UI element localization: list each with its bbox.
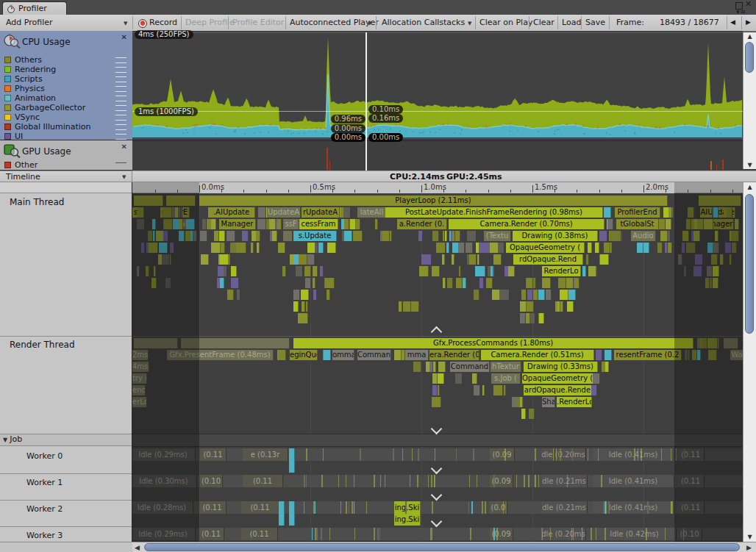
timeline-segment[interactable]: PostLateUpdate.FinishFrameRendering (0.9… [385,207,603,218]
profile-editor-button[interactable]: Profile Editor [232,18,284,27]
timeline-segment[interactable]: hTextur [491,362,521,372]
hscroll-thumb[interactable] [144,543,740,551]
timeline-segment[interactable]: dle (0.20ms [541,528,586,540]
timeline-segment[interactable]: OpaqueGeometry ( [506,243,585,253]
allocation-callstacks-dropdown[interactable]: Allocation Callstacks [382,18,465,27]
close-window-icon[interactable]: ✕ [745,1,752,7]
record-icon[interactable] [138,19,147,28]
legend-drag-handle[interactable] [115,67,126,73]
timeline-segment[interactable]: (0.10 [677,528,702,540]
timeline-ruler[interactable]: 0.0ms0.5ms1.0ms1.5ms2.0ms [132,182,743,193]
timeline-segment[interactable]: mma [405,350,429,360]
legend-item-global-illumination[interactable]: Global Illumination [0,122,132,132]
timeline-segment[interactable]: (0.11 [199,528,224,540]
record-button[interactable]: Record [149,18,177,27]
timeline-vertical-scrollbar[interactable]: ▲ ▼ [743,182,756,542]
job-group-header[interactable]: ▼Job [0,434,132,446]
timeline-segment[interactable]: Command [450,362,490,372]
timeline-segment[interactable]: (0.09 [490,448,515,461]
timeline-segment[interactable]: s.Update [293,231,337,241]
timeline-segment[interactable]: 4ms) [132,362,149,372]
timeline-segment[interactable]: e (0.13r [243,448,288,461]
timeline-segment[interactable]: s.Job ( [491,373,521,384]
legend-drag-handle[interactable] [115,105,126,111]
deep-profile-button[interactable]: Deep Profile [185,18,235,27]
gpu-close-icon[interactable]: ✕ [121,143,127,151]
timeline-segment[interactable]: lateAll [357,207,387,218]
timeline-segment[interactable]: PlayerLoop (2.11ms) [199,196,668,206]
legend-item-physics[interactable]: Physics [0,84,132,93]
gpu-usage-module[interactable]: GPU Usage ✕ Other [0,140,132,171]
timeline-horizontal-scrollbar[interactable]: ◀ ▶ [0,542,756,552]
render-thread-expand-icon[interactable] [431,423,443,435]
timeline-segment[interactable]: dle (0.21ms [541,475,588,487]
timeline-segment[interactable]: a.Render (0. [397,219,447,229]
worker-label-3[interactable]: Worker 3 [26,531,63,540]
legend-drag-handle[interactable] [115,115,126,121]
legend-drag-handle[interactable] [115,57,126,63]
worker-label-2[interactable]: Worker 2 [26,504,63,514]
load-button[interactable]: Load [562,18,581,27]
timeline-segment[interactable]: Idle (0.29ms) [132,448,196,461]
timeline-segment[interactable]: ende [132,385,146,395]
timeline-segment[interactable]: Idle (0.28ms) [132,501,193,514]
previous-frame-button[interactable]: ◀ [730,18,735,26]
timeline-segment[interactable]: (0.11 [200,448,227,461]
worker0-expand-icon[interactable] [431,463,443,475]
timeline-segment[interactable]: Comman [357,350,391,360]
charts-scrollbar[interactable]: ▲ ▼ [743,32,756,169]
job-collapse-icon[interactable]: ▼ [3,437,7,443]
main-thread-label[interactable]: Main Thread [10,197,64,207]
timeline-segment[interactable]: Idle (0.30ms) [132,475,197,487]
gpu-usage-chart[interactable] [132,140,743,171]
timeline-segment[interactable]: resentFrame (0.2 [614,350,682,360]
timeline-canvas[interactable]: 0.0ms0.5ms1.0ms1.5ms2.0ms PlayerLoop (2.… [132,182,743,542]
timeline-segment[interactable]: (0.11 [241,528,278,540]
legend-drag-handle[interactable] [115,134,126,140]
worker-label-1[interactable]: Worker 1 [26,478,63,487]
add-profiler-arrow-icon[interactable]: ▼ [124,21,127,26]
timeline-segment[interactable]: Camera.Render (0.70ms) [449,219,605,229]
timeline-segment[interactable]: tGlobalSt [616,219,659,229]
timeline-segment[interactable]: era.Render (0.2 [429,350,479,360]
timeline-segment[interactable]: 2ms) [132,350,149,360]
timeline-segment[interactable]: OpaqueGeometry ( [522,373,593,384]
timeline-scroll-down-icon[interactable]: ▼ [743,534,756,540]
timeline-segment[interactable]: Manager [219,219,256,229]
timeline-segment[interactable]: (0.11 [677,501,705,514]
legend-drag-handle[interactable] [115,162,126,164]
timeline-segment[interactable]: Shad [542,397,555,407]
timeline-segment[interactable]: ardOpaque.Rende [524,385,592,395]
autoconnected-player-dropdown[interactable]: Autoconnected Player [290,18,379,27]
view-mode-select[interactable]: Timeline ▼ [0,171,132,182]
tab-profiler[interactable]: Profiler [2,1,67,15]
timeline-segment[interactable]: Gfx.ProcessCommands (1.80ms) [293,338,693,348]
cpu-usage-module[interactable]: CPU Usage ✕ OthersRenderingScriptsPhysic… [0,31,132,140]
allocation-callstacks-arrow-icon[interactable]: ▼ [468,21,471,26]
worker-label-0[interactable]: Worker 0 [26,451,63,461]
autoconnected-player-arrow-icon[interactable]: ▼ [368,21,371,26]
timeline-segment[interactable]: Audio [631,231,656,241]
timeline-segment[interactable]: (Textu [484,231,511,241]
timeline-segment[interactable]: try ( [132,373,147,384]
timeline-segment[interactable]: omma [332,350,354,360]
timeline-segment[interactable]: ing.Skiing.Ski [394,501,421,526]
timeline-segment[interactable]: Gfx.PresentFrame (0.48ms) [167,350,274,360]
timeline-segment[interactable]: rdOpaque.Rend [513,254,583,265]
legend-drag-handle[interactable] [115,86,126,92]
charts-scroll-up-icon[interactable]: ▲ [743,33,756,40]
timeline-segment[interactable]: .RenderLoo [557,397,592,407]
legend-drag-handle[interactable] [115,124,126,130]
hscroll-left-icon[interactable]: ◀ [135,544,140,551]
timeline-segment[interactable]: (0.11 [677,475,705,487]
timeline-segment[interactable]: Wai [730,350,743,360]
timeline-segment[interactable]: eginQue [290,350,318,360]
timeline-scroll-up-icon[interactable]: ▲ [743,184,756,190]
save-button[interactable]: Save [585,18,605,27]
timeline-segment[interactable]: erLoo [132,397,147,407]
timeline-scroll-thumb[interactable] [745,194,754,334]
timeline-segment[interactable]: (0.11 [199,501,227,514]
clear-on-play-button[interactable]: Clear on Play [479,18,532,27]
cpu-usage-chart[interactable] [132,31,743,140]
timeline-segment[interactable]: dle (0.21ms [541,501,588,514]
